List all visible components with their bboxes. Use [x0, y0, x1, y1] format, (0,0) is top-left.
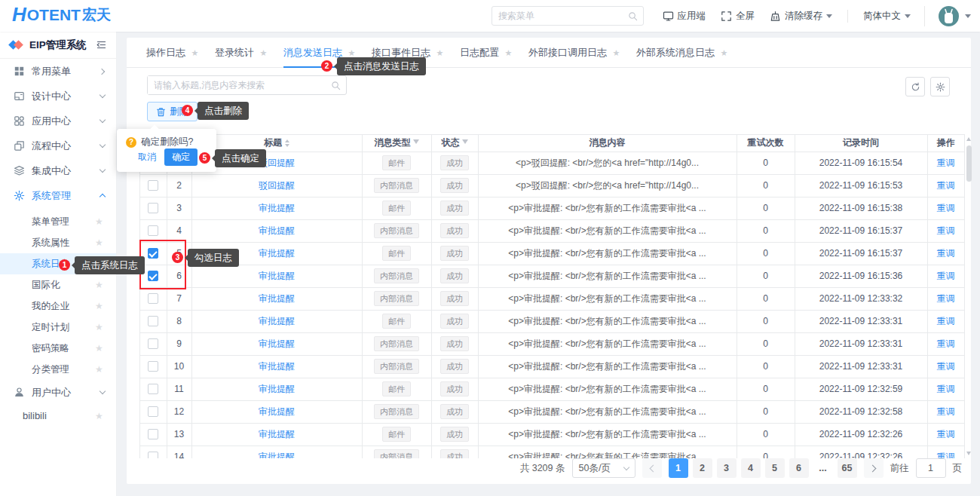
message-title-link[interactable]: 审批提醒: [259, 429, 295, 439]
retry-action-link[interactable]: 重调: [937, 361, 955, 372]
star-icon[interactable]: [259, 47, 268, 57]
column-settings-button[interactable]: [930, 77, 950, 96]
page-button[interactable]: 4: [741, 458, 761, 478]
sidebar-item[interactable]: 应用中心: [0, 109, 116, 133]
prev-page-button[interactable]: [642, 458, 662, 478]
scrollbar-thumb[interactable]: [966, 145, 972, 182]
row-checkbox[interactable]: [148, 429, 158, 439]
refresh-button[interactable]: [905, 77, 925, 96]
status-header[interactable]: 状态: [431, 135, 478, 152]
search-icon[interactable]: [628, 11, 638, 21]
page-button[interactable]: 65: [838, 458, 857, 478]
tab[interactable]: 外部接口调用日志: [528, 38, 621, 68]
row-checkbox[interactable]: [148, 180, 158, 191]
sidebar-subitem[interactable]: bilibili: [0, 405, 116, 426]
star-icon[interactable]: [719, 47, 729, 57]
table-scrollbar[interactable]: [966, 136, 972, 457]
search-icon[interactable]: [331, 81, 341, 90]
star-icon[interactable]: [94, 302, 104, 311]
message-title-link[interactable]: 审批提醒: [259, 384, 295, 394]
sidebar-item-user-center[interactable]: 用户中心: [0, 380, 116, 405]
row-checkbox[interactable]: [148, 225, 158, 236]
message-title-link[interactable]: 审批提醒: [259, 338, 295, 349]
tab[interactable]: 登录统计: [215, 38, 268, 68]
filter-icon[interactable]: [413, 139, 419, 147]
retry-action-link[interactable]: 重调: [937, 248, 955, 259]
sidebar-subitem[interactable]: 菜单管理: [0, 211, 116, 232]
message-title-link[interactable]: 审批提醒: [259, 225, 295, 236]
page-button[interactable]: 1: [669, 458, 688, 478]
user-menu[interactable]: [924, 6, 971, 26]
message-title-link[interactable]: 审批提醒: [259, 406, 295, 417]
retry-action-link[interactable]: 重调: [937, 429, 955, 439]
tab[interactable]: 外部系统消息日志: [636, 38, 729, 68]
collapse-menu-icon[interactable]: [96, 39, 107, 51]
page-button[interactable]: 5: [765, 458, 785, 478]
star-icon[interactable]: [94, 323, 104, 332]
message-title-link[interactable]: 驳回提醒: [259, 180, 295, 191]
sort-icon[interactable]: [285, 139, 289, 147]
star-icon[interactable]: [190, 47, 200, 57]
sidebar-subitem[interactable]: 定时计划: [0, 317, 116, 338]
retry-action-link[interactable]: 重调: [937, 406, 955, 417]
cancel-button[interactable]: 取消: [138, 151, 156, 164]
sidebar-item[interactable]: 常用菜单: [0, 59, 116, 84]
row-checkbox[interactable]: [148, 203, 158, 213]
star-icon[interactable]: [347, 47, 357, 57]
row-checkbox[interactable]: [148, 316, 158, 326]
message-title-link[interactable]: 审批提醒: [259, 203, 295, 213]
message-title-link[interactable]: 审批提醒: [259, 452, 295, 459]
retry-action-link[interactable]: 重调: [937, 384, 955, 394]
retry-action-link[interactable]: 重调: [937, 271, 955, 281]
retry-action-link[interactable]: 重调: [937, 180, 955, 191]
scroll-up-icon[interactable]: [966, 137, 971, 141]
row-checkbox[interactable]: [148, 452, 158, 458]
sidebar-subitem[interactable]: 密码策略: [0, 338, 116, 359]
star-icon[interactable]: [94, 411, 104, 421]
menu-search-input[interactable]: [492, 7, 622, 25]
sidebar-item[interactable]: 系统管理: [0, 183, 116, 208]
tab[interactable]: 日志配置: [460, 38, 513, 68]
star-icon[interactable]: [94, 238, 104, 248]
sidebar-subitem[interactable]: 系统属性: [0, 232, 116, 253]
next-page-button[interactable]: [864, 458, 884, 478]
star-icon[interactable]: [94, 365, 104, 375]
message-title-link[interactable]: 审批提醒: [259, 361, 295, 372]
star-icon[interactable]: [94, 344, 104, 354]
row-checkbox[interactable]: [148, 361, 158, 372]
type-header[interactable]: 消息类型: [362, 135, 431, 152]
topbar-action[interactable]: 全屏: [721, 10, 755, 23]
star-icon[interactable]: [435, 47, 445, 57]
row-checkbox[interactable]: [148, 293, 158, 304]
star-icon[interactable]: [94, 280, 104, 290]
message-title-link[interactable]: 审批提醒: [259, 293, 295, 304]
topbar-action[interactable]: 清除缓存: [770, 10, 832, 23]
sidebar-item[interactable]: 集成中心: [0, 158, 116, 183]
message-title-link[interactable]: 审批提醒: [259, 271, 295, 281]
sidebar-item[interactable]: 设计中心: [0, 84, 116, 109]
brand-logo[interactable]: HOTENT宏天: [12, 5, 111, 24]
filter-icon[interactable]: [462, 139, 468, 147]
sidebar-subitem[interactable]: 国际化: [0, 274, 116, 295]
table-search-input[interactable]: [148, 76, 324, 94]
message-title-link[interactable]: 审批提醒: [259, 248, 295, 259]
scroll-down-icon[interactable]: [966, 452, 971, 455]
retry-action-link[interactable]: 重调: [937, 316, 955, 326]
retry-action-link[interactable]: 重调: [937, 158, 955, 168]
row-checkbox[interactable]: [148, 338, 158, 349]
retry-action-link[interactable]: 重调: [937, 293, 955, 304]
row-checkbox[interactable]: [148, 384, 158, 394]
sidebar-subitem[interactable]: 我的企业: [0, 295, 116, 317]
page-button[interactable]: 3: [717, 458, 737, 478]
star-icon[interactable]: [94, 217, 104, 227]
topbar-action[interactable]: 简体中文: [847, 10, 911, 23]
retry-action-link[interactable]: 重调: [937, 225, 955, 236]
retry-action-link[interactable]: 重调: [937, 203, 955, 213]
page-button[interactable]: 6: [789, 458, 809, 478]
goto-page-input[interactable]: [916, 458, 946, 478]
topbar-action[interactable]: 应用端: [663, 10, 706, 23]
row-checkbox[interactable]: [148, 406, 158, 417]
sidebar-item[interactable]: 流程中心: [0, 133, 116, 158]
star-icon[interactable]: [504, 47, 513, 57]
retry-action-link[interactable]: 重调: [937, 452, 955, 459]
